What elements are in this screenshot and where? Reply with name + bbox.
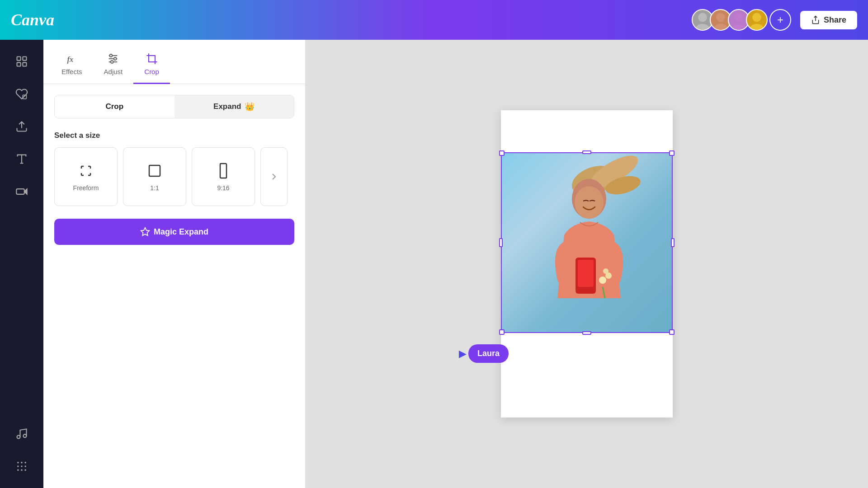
svg-rect-17 — [16, 189, 24, 194]
svg-point-7 — [750, 24, 764, 30]
magic-expand-button[interactable]: Magic Expand — [54, 219, 294, 245]
handle-top-center[interactable] — [582, 150, 591, 154]
svg-point-20 — [24, 434, 27, 437]
handle-top-right[interactable] — [669, 150, 675, 156]
avatar-4[interactable] — [746, 9, 768, 31]
upload-icon — [15, 120, 28, 133]
sidebar-item-uploads[interactable] — [5, 112, 38, 141]
svg-point-3 — [714, 24, 728, 30]
canvas-area: ▶ Laura — [306, 40, 868, 488]
panel-tabs: fx Effects Adjust Crop — [43, 40, 305, 84]
share-icon — [811, 15, 820, 24]
sidebar-item-elements[interactable] — [5, 47, 38, 76]
chevron-right-icon — [269, 171, 279, 182]
design-document: ▶ Laura — [501, 110, 673, 418]
tab-crop[interactable]: Crop — [133, 47, 170, 84]
add-collaborator-button[interactable]: + — [769, 9, 791, 31]
crown-icon: 👑 — [245, 102, 255, 112]
svg-point-5 — [732, 24, 746, 30]
person-illustration — [505, 154, 668, 332]
edit-panel: fx Effects Adjust Crop — [43, 40, 306, 488]
size-9-16-label: 9:16 — [217, 184, 229, 192]
freeform-icon — [77, 162, 95, 180]
svg-point-32 — [110, 54, 113, 57]
size-options: Freeform 1:1 9:16 — [54, 147, 294, 206]
handle-top-left[interactable] — [499, 150, 505, 156]
share-button[interactable]: Share — [800, 11, 857, 29]
svg-point-56 — [599, 277, 606, 284]
freeform-label: Freeform — [73, 184, 99, 192]
crop-tab-icon — [146, 52, 158, 65]
svg-point-27 — [17, 469, 19, 471]
sidebar-item-templates[interactable] — [5, 80, 38, 108]
svg-point-0 — [698, 13, 707, 22]
crop-toggle-button[interactable]: Crop — [55, 95, 175, 118]
image-content — [502, 153, 672, 332]
svg-point-53 — [575, 186, 604, 219]
tab-adjust[interactable]: Adjust — [93, 47, 134, 84]
crop-expand-toggle: Crop Expand 👑 — [54, 95, 294, 118]
svg-point-24 — [17, 465, 19, 467]
heart-shapes-icon — [15, 88, 28, 100]
size-1-1-label: 1:1 — [150, 184, 159, 192]
handle-bottom-right[interactable] — [669, 329, 675, 335]
collaborator-badge: Laura — [468, 344, 509, 363]
tab-effects[interactable]: fx Effects — [51, 47, 93, 84]
svg-point-29 — [24, 469, 26, 471]
app-header: Canva + Share — [0, 0, 868, 40]
effects-tab-icon: fx — [66, 52, 78, 65]
svg-rect-47 — [220, 164, 226, 178]
svg-point-23 — [24, 462, 26, 464]
size-1-1[interactable]: 1:1 — [123, 147, 186, 206]
svg-point-1 — [696, 24, 710, 30]
elements-icon — [15, 55, 28, 68]
svg-rect-12 — [23, 62, 26, 66]
svg-point-22 — [21, 462, 23, 464]
sidebar-item-video[interactable] — [5, 177, 38, 206]
svg-marker-48 — [141, 228, 149, 235]
grid-dots-icon — [15, 460, 28, 473]
square-icon — [146, 162, 164, 180]
handle-bottom-left[interactable] — [499, 329, 505, 335]
svg-point-21 — [17, 462, 19, 464]
collaborator-avatars: + — [692, 9, 791, 31]
sidebar-item-text[interactable] — [5, 145, 38, 174]
svg-point-19 — [17, 436, 20, 439]
music-icon — [15, 427, 28, 440]
cursor-icon: ▶ — [459, 348, 467, 360]
svg-point-26 — [24, 465, 26, 467]
handle-middle-left[interactable] — [499, 238, 503, 247]
sidebar-item-more[interactable] — [5, 452, 38, 481]
svg-text:fx: fx — [67, 55, 73, 64]
svg-point-58 — [603, 268, 609, 274]
main-body: fx Effects Adjust Crop — [0, 40, 868, 488]
handle-bottom-center[interactable] — [582, 331, 591, 335]
more-sizes-button[interactable] — [260, 147, 288, 206]
handle-middle-right[interactable] — [671, 238, 675, 247]
svg-point-25 — [21, 465, 23, 467]
panel-content: Crop Expand 👑 Select a size Fre — [43, 84, 305, 256]
svg-point-2 — [716, 13, 725, 22]
adjust-tab-icon — [107, 52, 119, 65]
sidebar — [0, 40, 43, 488]
svg-rect-37 — [149, 56, 155, 62]
svg-point-36 — [111, 61, 113, 63]
sidebar-item-music[interactable] — [5, 419, 38, 448]
svg-rect-10 — [23, 57, 26, 61]
magic-expand-icon — [140, 227, 150, 237]
svg-rect-9 — [17, 57, 21, 61]
expand-toggle-button[interactable]: Expand 👑 — [175, 95, 294, 118]
size-9-16[interactable]: 9:16 — [192, 147, 255, 206]
text-icon — [15, 153, 28, 165]
canva-logo: Canva — [11, 10, 54, 29]
svg-point-34 — [114, 57, 117, 60]
select-size-label: Select a size — [54, 131, 294, 140]
size-freeform[interactable]: Freeform — [54, 147, 118, 206]
video-icon — [15, 185, 28, 198]
image-element[interactable]: ▶ Laura — [501, 152, 673, 333]
collaborator-indicator: ▶ Laura — [459, 344, 509, 363]
svg-rect-11 — [17, 62, 21, 66]
svg-point-6 — [752, 13, 761, 22]
portrait-icon — [214, 162, 232, 180]
svg-rect-55 — [578, 260, 594, 287]
